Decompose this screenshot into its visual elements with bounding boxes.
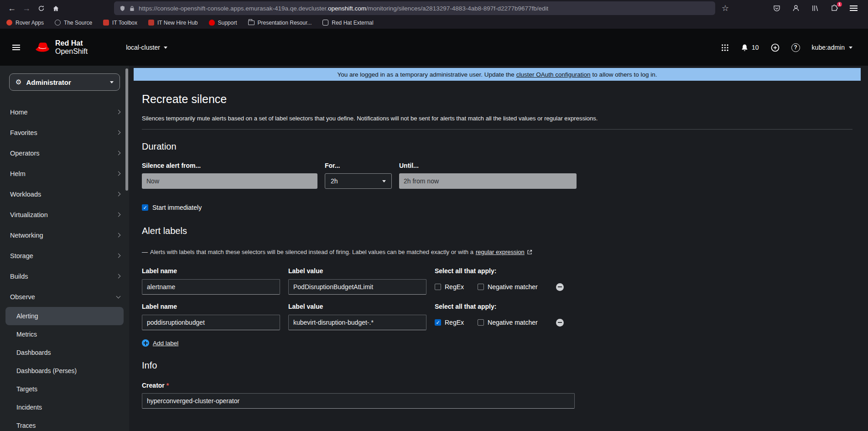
quick-create-button[interactable] (771, 43, 780, 52)
chevron-down-icon (110, 81, 114, 83)
chevron-down-icon (382, 180, 386, 182)
sidebar-item-builds[interactable]: Builds (0, 266, 129, 286)
pocket-button[interactable] (769, 1, 784, 15)
sidebar-item-storage[interactable]: Storage (0, 245, 129, 266)
bookmark-presentation-resources[interactable]: Presentation Resour... (248, 20, 312, 26)
notifications-button[interactable]: 10 (741, 44, 759, 52)
negative-matcher-checkbox[interactable] (478, 284, 484, 290)
user-name: kube:admin (812, 44, 845, 51)
chevron-down-icon (116, 294, 121, 298)
app-launcher-button[interactable] (721, 44, 729, 52)
url-prefix: https://console-openshift-console.apps.e… (139, 5, 328, 12)
duration-for-select[interactable]: 2h (325, 173, 392, 189)
silence-from-input[interactable] (142, 173, 317, 189)
label-name-input[interactable] (142, 315, 280, 330)
creator-label: Creator (142, 382, 165, 389)
red-hat-icon (209, 20, 215, 26)
url-bar[interactable]: https://console-openshift-console.apps.e… (114, 1, 715, 15)
red-hat-logo-icon (35, 42, 51, 53)
sidebar-item-helm[interactable]: Helm (0, 163, 129, 184)
sidebar-item-dashboards-perses[interactable]: Dashboards (Perses) (5, 362, 124, 380)
label-name-heading: Label name (142, 267, 280, 275)
chevron-right-icon (116, 254, 121, 258)
home-button[interactable] (48, 1, 63, 15)
help-prefix: — (142, 249, 148, 255)
bookmark-label: Rover Apps (16, 20, 44, 26)
reload-icon (38, 5, 45, 12)
sidebar-item-home[interactable]: Home (0, 102, 129, 122)
start-immediately-checkbox[interactable] (142, 204, 148, 211)
library-button[interactable] (808, 1, 822, 15)
bookmark-label: Support (218, 20, 237, 26)
account-icon (792, 5, 800, 12)
nav-toggle-button[interactable] (9, 41, 23, 54)
bookmark-label: IT New Hire Hub (157, 20, 198, 26)
chevron-down-icon (164, 47, 167, 49)
remove-label-button[interactable] (556, 319, 564, 327)
regex-checkbox[interactable] (435, 319, 441, 326)
sidebar-item-dashboards[interactable]: Dashboards (5, 343, 124, 362)
help-button[interactable]: ? (791, 43, 800, 52)
sidebar-item-alerting[interactable]: Alerting (5, 307, 124, 325)
sidebar-item-observe[interactable]: Observe (0, 286, 129, 307)
negative-matcher-label: Negative matcher (488, 319, 538, 326)
brand-logo[interactable]: Red Hat OpenShift (35, 39, 88, 56)
cluster-selector-label: local-cluster (126, 44, 160, 51)
app-body: ⚙ Administrator Home Favorites Operators… (0, 66, 868, 431)
bookmark-it-toolbox[interactable]: IT Toolbox (103, 20, 137, 26)
sidebar-item-targets[interactable]: Targets (5, 380, 124, 398)
bookmark-red-hat-external[interactable]: Red Hat External (322, 20, 373, 26)
regular-expression-link[interactable]: regular expression (476, 249, 525, 255)
sidebar-item-virtualization[interactable]: Virtualization (0, 204, 129, 225)
back-button[interactable]: ← (5, 1, 19, 15)
sidebar-item-traces[interactable]: Traces (5, 416, 124, 431)
hamburger-icon (12, 47, 20, 48)
sidebar-item-label: Dashboards (16, 349, 51, 356)
remove-label-button[interactable] (556, 283, 564, 291)
label-value-input[interactable] (288, 279, 426, 295)
negative-matcher-checkbox[interactable] (478, 319, 484, 326)
library-icon (811, 5, 819, 12)
oauth-config-link[interactable]: cluster OAuth configuration (516, 71, 591, 78)
bookmark-rover-apps[interactable]: Rover Apps (6, 20, 44, 26)
creator-label-row: Creator* (142, 382, 852, 389)
forward-button[interactable]: → (19, 1, 34, 15)
bookmark-star-button[interactable]: ☆ (718, 1, 733, 15)
sidebar-item-incidents[interactable]: Incidents (5, 398, 124, 416)
creator-input[interactable] (142, 393, 575, 409)
sidebar-item-label: Storage (10, 252, 33, 260)
duration-for-label: For... (325, 162, 392, 169)
sidebar-item-metrics[interactable]: Metrics (5, 325, 124, 343)
label-name-input[interactable] (142, 279, 280, 295)
regex-checkbox[interactable] (435, 284, 441, 290)
regex-label: RegEx (445, 283, 464, 291)
label-row: Label name Label value Select all that a… (142, 303, 852, 330)
bookmark-support[interactable]: Support (209, 20, 237, 26)
bell-icon (741, 44, 748, 52)
until-input[interactable] (399, 173, 577, 189)
add-label-link[interactable]: Add label (153, 340, 178, 347)
extension-icon (831, 5, 838, 12)
sidebar-item-favorites[interactable]: Favorites (0, 122, 129, 143)
cluster-selector[interactable]: local-cluster (126, 44, 167, 51)
sidebar-item-workloads[interactable]: Workloads (0, 184, 129, 204)
start-immediately-row: Start immediately (142, 204, 852, 211)
perspective-switcher[interactable]: ⚙ Administrator (9, 73, 120, 91)
account-button[interactable] (789, 1, 803, 15)
external-link-icon (527, 249, 532, 255)
user-menu[interactable]: kube:admin (812, 44, 852, 51)
brand-line2: OpenShift (55, 47, 88, 56)
sidebar-item-operators[interactable]: Operators (0, 143, 129, 163)
sidebar-scrollbar[interactable] (125, 68, 128, 191)
sidebar-item-networking[interactable]: Networking (0, 225, 129, 245)
menu-button[interactable] (846, 1, 861, 15)
bookmark-the-source[interactable]: The Source (55, 20, 92, 26)
label-row: Label name Label value Select all that a… (142, 267, 852, 295)
bookmark-it-new-hire-hub[interactable]: IT New Hire Hub (148, 20, 198, 26)
label-value-input[interactable] (288, 315, 426, 330)
main-content: You are logged in as a temporary adminis… (129, 66, 868, 431)
regex-label: RegEx (445, 319, 464, 326)
reload-button[interactable] (34, 1, 48, 15)
add-label-row: Add label (142, 339, 852, 347)
extension-button[interactable]: 1 (827, 1, 842, 15)
